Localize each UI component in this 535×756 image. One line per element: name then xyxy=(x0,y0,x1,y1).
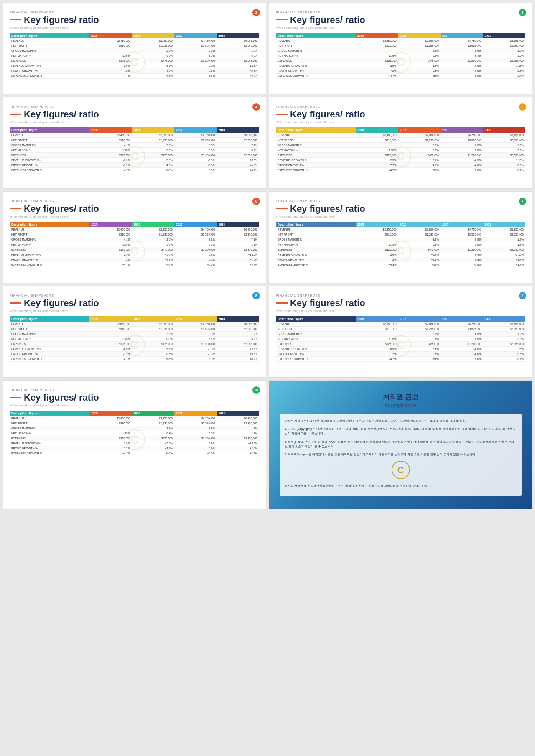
title-dash-5 xyxy=(10,208,21,209)
table-row: REVENUE$2,450,000$2,850,000$4,750,000$6,… xyxy=(10,416,259,421)
table-row: EXPENSES GROWTH %+4.7%+56%+5.6%+8.7% xyxy=(10,451,259,456)
col-header-2015-9: 2015 xyxy=(89,411,132,416)
copyright-section-0: 강력한 저작권 위반에 대한 경고와 법적 조치에 관한 안내문입니다. 본 서… xyxy=(285,419,517,423)
col-header-2015-5: 2015 xyxy=(89,222,132,227)
table-row: REVENUE$2,450,000$2,850,000$4,750,000$6,… xyxy=(10,38,259,43)
card-subtitle-7: Write something about your main title he… xyxy=(10,309,259,313)
copyright-section-2: 2. 상표(Brand): 본 디자인의 특정 요소는 상표권 또는 서비스표로… xyxy=(285,439,517,449)
table-container-6: Description/ figure 2015 2016 2017 2018 … xyxy=(276,222,525,267)
table-container-3: Description/ figure 2015 2016 2017 2018 … xyxy=(10,127,259,173)
table-row: REVENUE$2,850,000$2,850,000$4,750,000$6,… xyxy=(276,322,525,327)
col-header-2017-3: 2017 xyxy=(174,127,217,133)
table-container-4: Description/ figure 2015 2016 2017 2018 … xyxy=(276,127,525,173)
col-header-2016-9: 2016 xyxy=(132,411,174,416)
table-row: NET PROFIT$910,000$1,235,000$3,525,000$2… xyxy=(276,232,525,237)
table-row: EXPENSES GROWTH %+4.7%+56%+5.0%+8.7% xyxy=(10,357,259,362)
table-row: NET PROFIT$910,000$1,235,000$3,525,000$2… xyxy=(10,43,259,48)
col-header-desc-2: Description/ figure xyxy=(276,33,356,38)
table-row: NET PROFIT$910,000$1,235,000$3,525,000$2… xyxy=(10,232,259,237)
col-header-2017-9: 2017 xyxy=(174,411,217,416)
col-header-desc-4: Description/ figure xyxy=(276,127,356,133)
table-row: EXPENSES GROWTH %+4.3%+56%+5.0%+8.7% xyxy=(276,262,525,267)
table-row: REVENUE$2,350,000$2,850,000$4,750,000$6,… xyxy=(276,227,525,232)
col-header-2015-7: 2015 xyxy=(89,316,132,322)
copyright-section-3: 3. 이미지(Image): 본 디자인에 사용된 모든 이미지는 정당하게 구… xyxy=(285,452,517,457)
main-grid: 2 FINANCIAL SNAPSHOTS Key figures/ ratio… xyxy=(0,0,535,512)
card-title-5: Key figures/ ratio xyxy=(24,204,99,214)
col-header-2015-2: 2015 xyxy=(356,33,398,38)
badge-2: 3 xyxy=(519,9,526,16)
card-2: 3 FINANCIAL SNAPSHOTS Key figures/ ratio… xyxy=(269,3,532,94)
col-header-2016-7: 2016 xyxy=(132,316,174,322)
badge-5: 6 xyxy=(252,198,260,205)
table-row: EXPENSES GROWTH %+4.7%+56%+5.6%+8.7% xyxy=(10,168,259,173)
financial-snapshots-label-6: FINANCIAL SNAPSHOTS xyxy=(276,199,525,203)
col-header-desc-5: Description/ figure xyxy=(10,222,89,227)
card-5: 6 FINANCIAL SNAPSHOTS Key figures/ ratio… xyxy=(3,191,266,283)
col-header-2015-1: 2015 xyxy=(89,33,132,38)
financial-snapshots-label-1: FINANCIAL SNAPSHOTS xyxy=(10,10,259,14)
table-row: NET PROFIT$910,000$1,235,000$3,525,000$2… xyxy=(276,138,525,143)
card-title-8: Key figures/ ratio xyxy=(290,298,365,308)
card-subtitle-3: Write something about your main title he… xyxy=(10,120,259,124)
card-9: 10 FINANCIAL SNAPSHOTS Key figures/ rati… xyxy=(3,380,266,509)
badge-6: 7 xyxy=(519,198,526,205)
title-dash-9 xyxy=(10,397,21,398)
title-dash-3 xyxy=(10,114,21,115)
table-row: EXPENSES GROWTH %+4.7%+56%+5.6%+8.7% xyxy=(276,74,525,79)
col-header-desc-9: Description/ figure xyxy=(10,411,89,416)
financial-snapshots-label-5: FINANCIAL SNAPSHOTS xyxy=(10,199,259,203)
col-header-2018-4: 2018 xyxy=(483,127,525,133)
financial-snapshots-label-8: FINANCIAL SNAPSHOTS xyxy=(276,294,525,297)
title-dash-2 xyxy=(276,19,288,20)
col-header-2015-6: 2015 xyxy=(356,222,398,227)
col-header-2015-8: 2015 xyxy=(356,316,398,322)
financial-snapshots-label-3: FINANCIAL SNAPSHOTS xyxy=(10,105,259,109)
financial-snapshots-label-7: FINANCIAL SNAPSHOTS xyxy=(10,294,259,297)
badge-4: 5 xyxy=(519,103,526,111)
copyright-body: 강력한 저작권 위반에 대한 경고와 법적 조치에 관한 안내문입니다. 본 서… xyxy=(280,414,522,496)
card-1: 2 FINANCIAL SNAPSHOTS Key figures/ ratio… xyxy=(3,3,266,94)
title-dash-4 xyxy=(276,114,288,115)
card-subtitle-8: Write something about your main title he… xyxy=(276,309,525,313)
col-header-2015-4: 2015 xyxy=(356,127,398,133)
card-subtitle-1: Write something about your main title he… xyxy=(10,26,259,30)
col-header-2018-1: 2018 xyxy=(217,33,259,38)
card-subtitle-6: Write something about your main title he… xyxy=(276,215,525,218)
col-header-2018-2: 2018 xyxy=(483,33,525,38)
card-7: 8 FINANCIAL SNAPSHOTS Key figures/ ratio… xyxy=(3,286,266,378)
card-3: 4 FINANCIAL SNAPSHOTS Key figures/ ratio… xyxy=(3,97,266,189)
title-dash-1 xyxy=(10,19,21,20)
col-header-2017-5: 2017 xyxy=(174,222,217,227)
col-header-2017-7: 2017 xyxy=(174,316,217,322)
col-header-2017-8: 2017 xyxy=(441,316,483,322)
table-row: REVENUE$2,450,000$2,850,000$4,750,000$6,… xyxy=(10,227,259,232)
col-header-2017-2: 2017 xyxy=(441,33,483,38)
card-title-4: Key figures/ ratio xyxy=(290,109,365,119)
title-dash-6 xyxy=(276,208,288,209)
col-header-2018-9: 2018 xyxy=(217,411,259,416)
table-row: EXPENSES GROWTH %+4.7%+56%+5.6%+8.7% xyxy=(276,168,525,173)
table-row: EXPENSES GROWTH %+4.7%+56%+5.6%+8.7% xyxy=(10,74,259,79)
table-row: EXPENSES GROWTH %+4.7%+56%+5.6%+8.7% xyxy=(10,262,259,267)
table-row: REVENUE$2,450,000$2,850,000$4,750,000$6,… xyxy=(10,133,259,138)
card-title-7: Key figures/ ratio xyxy=(24,298,99,308)
table-container-2: Description/ figure 2015 2016 2017 2018 … xyxy=(276,33,525,79)
col-header-2016-8: 2016 xyxy=(398,316,441,322)
financial-snapshots-label-9: FINANCIAL SNAPSHOTS xyxy=(10,388,259,392)
card-subtitle-2: Write something about your main title he… xyxy=(276,26,525,30)
col-header-2016-2: 2016 xyxy=(398,33,441,38)
table-row: REVENUE$2,850,000$2,850,000$4,750,000$6,… xyxy=(10,322,259,327)
table-container-9: Description/ figure 2015 2016 2017 2018 … xyxy=(10,411,259,456)
col-header-2017-4: 2017 xyxy=(441,127,483,133)
col-header-2018-6: 2018 xyxy=(483,222,525,227)
card-8: 9 FINANCIAL SNAPSHOTS Key figures/ ratio… xyxy=(269,286,532,378)
table-logo-5: C xyxy=(124,241,145,261)
card-title-3: Key figures/ ratio xyxy=(24,109,99,119)
card-6: 7 FINANCIAL SNAPSHOTS Key figures/ ratio… xyxy=(269,191,532,283)
copyright-title: 저작권 공고 xyxy=(383,393,418,402)
col-header-desc-3: Description/ figure xyxy=(10,127,89,133)
table-logo-1: C xyxy=(124,52,145,73)
col-header-desc-7: Description/ figure xyxy=(10,316,89,322)
title-dash-8 xyxy=(276,302,288,304)
